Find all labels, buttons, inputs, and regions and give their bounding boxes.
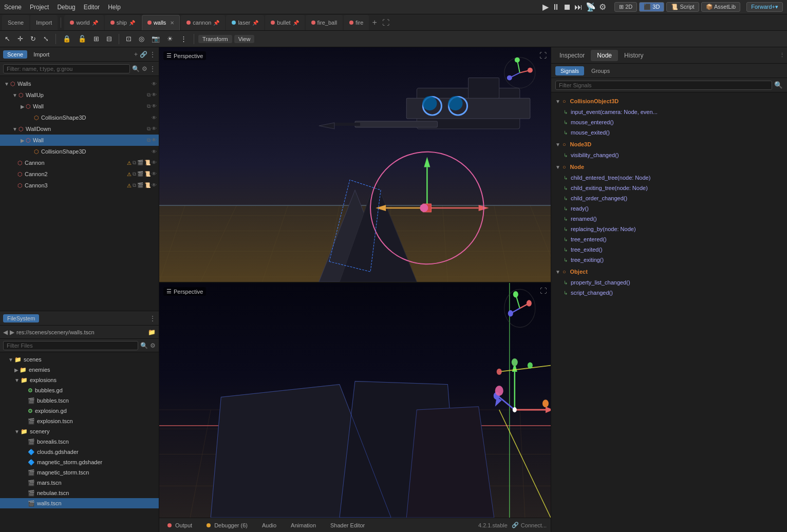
scene-panel-menu[interactable]: ⋮ — [149, 51, 156, 58]
tree-node-cannon2[interactable]: ▶ ⬡ Cannon2 ⚠ ⧉ 🎬 📜 👁 — [0, 168, 159, 180]
signal-group-object-header[interactable]: ▼ ○ Object — [551, 266, 787, 277]
status-debugger[interactable]: Debugger (6) — [202, 521, 252, 529]
group-btn[interactable]: ⊞ — [91, 33, 102, 44]
tree-node-wall1[interactable]: ▶ ⬡ Wall ⧉ 👁 — [0, 101, 159, 112]
node-walldown-copy[interactable]: ⧉ — [147, 126, 151, 132]
signal-group-node3d-header[interactable]: ▼ ○ Node3D — [551, 139, 787, 150]
tab-bullet[interactable]: bullet 📌 — [265, 15, 304, 30]
rotate-tool[interactable]: ↻ — [28, 33, 39, 44]
lock-btn[interactable]: 🔒 — [60, 33, 73, 44]
fs-scenery-arrow[interactable]: ▼ — [14, 429, 20, 434]
signal-group-node-arrow[interactable]: ▼ — [555, 164, 560, 170]
fs-folder-btn[interactable]: 📁 — [148, 329, 156, 336]
node-cannon2-copy[interactable]: ⧉ — [133, 171, 136, 177]
tab-ship[interactable]: ship 📌 — [105, 15, 141, 30]
more-btn[interactable]: ⋮ — [178, 33, 190, 44]
renderer-button[interactable]: Forward+▾ — [746, 2, 783, 12]
signal-tree-entered[interactable]: ↳ tree_entered() — [551, 234, 787, 244]
menu-project[interactable]: Project — [30, 4, 49, 11]
node-wall1-visibility[interactable]: 👁 — [152, 103, 157, 109]
tab-history[interactable]: History — [618, 50, 649, 61]
scene-filter-search[interactable]: 🔍 — [132, 65, 140, 72]
signal-group-collisionobject3d-arrow[interactable]: ▼ — [555, 99, 560, 104]
fs-explosion-gd[interactable]: ▶ ⚙ explosion.gd — [0, 406, 159, 416]
node-wall2-visibility[interactable]: 👁 — [152, 137, 157, 143]
fs-explosions[interactable]: ▼ 📁 explosions — [0, 375, 159, 385]
tab-world[interactable]: world 📌 — [64, 15, 103, 30]
tree-node-cannon3[interactable]: ▶ ⬡ Cannon3 ⚠ ⧉ 🎬 📜 👁 — [0, 180, 159, 191]
node-cannon3-anim[interactable]: 🎬 — [137, 182, 143, 188]
signal-group-node3d-arrow[interactable]: ▼ — [555, 142, 560, 147]
tree-arrow-walls[interactable]: ▼ — [4, 81, 9, 87]
node-cannon2-visibility[interactable]: 👁 — [152, 171, 157, 177]
signal-child-order[interactable]: ↳ child_order_changed() — [551, 193, 787, 203]
node-cannon-script[interactable]: 📜 — [144, 160, 151, 166]
node-wallup-visibility[interactable]: 👁 — [152, 92, 157, 98]
fs-walls-tscn[interactable]: ▶ 🎬 walls.tscn — [0, 498, 159, 508]
signal-group-node-header[interactable]: ▼ ○ Node — [551, 161, 787, 173]
link-btn[interactable]: 🔗 — [140, 51, 147, 58]
signal-script-changed[interactable]: ↳ script_changed() — [551, 288, 787, 298]
mode-2d[interactable]: ⊞ 2D — [614, 2, 637, 12]
fs-nebulae-tscn[interactable]: ▶ 🎬 nebulae.tscn — [0, 488, 159, 498]
tree-arrow-walldown[interactable]: ▼ — [12, 126, 17, 132]
play-button[interactable]: ▶ — [542, 2, 549, 12]
viewport-bottom[interactable]: ☰ Perspective ⛶ — [159, 282, 551, 518]
add-node-btn[interactable]: + — [134, 51, 138, 58]
signals-tab-groups[interactable]: Groups — [586, 66, 615, 75]
menu-debug[interactable]: Debug — [57, 4, 75, 11]
node-cannon2-anim[interactable]: 🎬 — [137, 171, 143, 177]
camera-btn[interactable]: 📷 — [149, 33, 162, 44]
fs-borealis-tscn[interactable]: ▶ 🎬 borealis.tscn — [0, 436, 159, 447]
remote-button[interactable]: 📡 — [586, 2, 596, 12]
menu-editor[interactable]: Editor — [84, 4, 100, 11]
pause-button[interactable]: ⏸ — [552, 3, 560, 12]
fs-explosions-arrow[interactable]: ▼ — [14, 377, 20, 383]
fs-filter-input[interactable] — [3, 341, 138, 350]
fs-bubbles-gd[interactable]: ▶ ⚙ bubbles.gd — [0, 385, 159, 395]
tree-node-walls[interactable]: ▼ ⬡ Walls 👁 — [0, 78, 159, 89]
signal-group-object-arrow[interactable]: ▼ — [555, 269, 560, 275]
tree-arrow-wall1[interactable]: ▶ — [21, 104, 25, 109]
signal-visibility-changed[interactable]: ↳ visibility_changed() — [551, 150, 787, 160]
connect-button[interactable]: 🔗 Connect... — [512, 522, 547, 528]
tab-laser[interactable]: laser 📌 — [226, 15, 264, 30]
tree-node-wall2[interactable]: ▶ ⬡ Wall ⧉ 👁 — [0, 135, 159, 146]
tree-arrow-wallup[interactable]: ▼ — [12, 92, 17, 98]
node-cannon3-visibility[interactable]: 👁 — [152, 182, 157, 188]
select-tool[interactable]: ↖ — [2, 33, 13, 44]
fs-enemies-arrow[interactable]: ▶ — [14, 367, 18, 373]
status-output[interactable]: Output — [163, 521, 196, 529]
right-panel-menu[interactable]: ⋮ — [779, 52, 785, 59]
move-tool[interactable]: ✛ — [15, 33, 26, 44]
ungroup-btn[interactable]: ⊟ — [104, 33, 115, 44]
import-tab[interactable]: Import — [29, 50, 53, 59]
signal-child-exiting[interactable]: ↳ child_exiting_tree(node: Node) — [551, 183, 787, 193]
viewport-top-expand[interactable]: ⛶ — [539, 51, 547, 60]
settings-button[interactable]: ⚙ — [599, 2, 606, 12]
node-collision2-visibility[interactable]: 👁 — [152, 149, 157, 155]
tab-add-button[interactable]: + — [370, 18, 379, 27]
signals-filter-search[interactable]: 🔍 — [774, 81, 783, 89]
fs-magnetic-storm-shader[interactable]: ▶ 🔷 magnetic_storm.gdshader — [0, 457, 159, 467]
filesystem-menu[interactable]: ⋮ — [149, 315, 156, 322]
tree-node-collision1[interactable]: ▶ ⬡ CollisionShape3D 👁 — [0, 112, 159, 123]
unlock-btn[interactable]: 🔓 — [76, 33, 89, 44]
status-animation[interactable]: Animation — [287, 521, 320, 529]
tab-import[interactable]: Import — [30, 15, 58, 30]
scene-tab[interactable]: Scene — [3, 50, 27, 59]
tab-fireball[interactable]: fire_ball — [306, 15, 343, 30]
node-wallup-copy[interactable]: ⧉ — [147, 92, 151, 98]
tree-node-walldown[interactable]: ▼ ⬡ WallDown ⧉ 👁 — [0, 123, 159, 135]
sun-btn[interactable]: ☀ — [164, 33, 176, 44]
signal-renamed[interactable]: ↳ renamed() — [551, 214, 787, 224]
tree-node-wallup[interactable]: ▼ ⬡ WallUp ⧉ 👁 — [0, 89, 159, 101]
view-label[interactable]: View — [234, 35, 255, 43]
status-audio[interactable]: Audio — [258, 521, 280, 529]
signal-input-event[interactable]: ↳ input_event(camera: Node, even... — [551, 107, 787, 117]
fs-filter-options[interactable]: ⚙ — [150, 342, 156, 349]
fs-forward-btn[interactable]: ▶ — [10, 329, 14, 336]
signal-ready[interactable]: ↳ ready() — [551, 203, 787, 214]
tree-arrow-wall2[interactable]: ▶ — [21, 138, 25, 143]
fs-scenery[interactable]: ▼ 📁 scenery — [0, 426, 159, 436]
